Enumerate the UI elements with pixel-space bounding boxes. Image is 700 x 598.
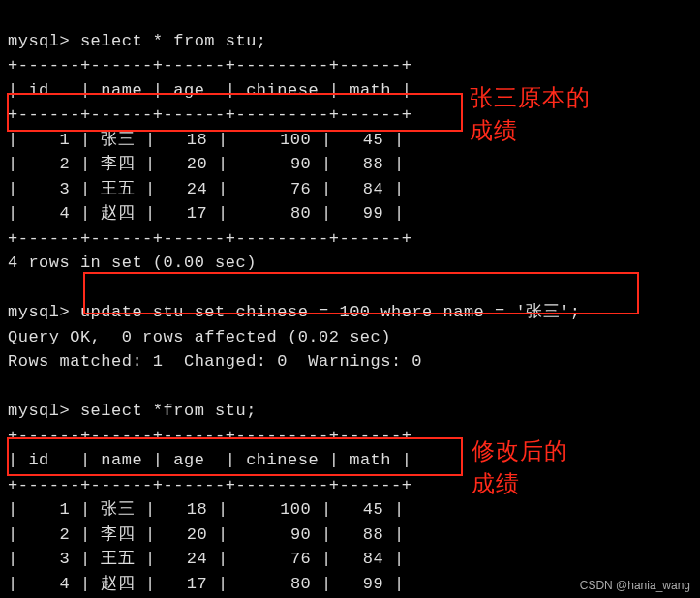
col-age: age [173,451,204,469]
col-name: name [101,451,142,469]
mysql-prompt: mysql> [8,402,70,420]
col-math: math [350,81,391,100]
col-age: age [173,81,204,100]
cell: 24 [187,550,207,568]
cell: 90 [290,525,311,544]
cell: 赵四 [101,204,135,223]
cell: 3 [60,550,71,568]
watermark: CSDN @hania_wang [580,579,690,592]
col-id: id [28,81,48,100]
annotation-after-line1: 修改后的 [472,438,568,463]
cell: 1 [60,500,71,519]
cell: 20 [187,525,207,544]
cell: 80 [290,575,311,593]
select-query-1: select * from stu; [80,32,267,50]
cell: 45 [363,131,383,149]
cell: 76 [290,550,311,568]
cell: 99 [363,204,383,223]
rows-in-set-1: 4 rows in set (0.00 sec) [8,254,257,272]
annotation-before-line2: 成绩 [470,118,518,143]
cell: 80 [290,204,311,223]
cell: 18 [187,500,207,519]
mysql-prompt: mysql> [8,32,70,50]
mysql-prompt: mysql> [8,303,70,321]
cell: 88 [363,525,383,544]
cell: 24 [187,180,207,198]
annotation-after-line2: 成绩 [472,471,520,496]
cell: 17 [187,204,207,223]
annotation-before: 张三原本的 成绩 [470,82,591,147]
cell: 17 [187,575,207,593]
col-id: id [28,451,48,469]
query-ok: Query OK, 0 rows affected (0.02 sec) [8,328,391,346]
cell: 84 [363,550,383,568]
cell: 王五 [101,550,135,568]
cell: 3 [60,180,71,198]
cell: 张三 [101,131,135,149]
terminal-output: mysql> select * from stu; +------+------… [0,0,700,598]
cell: 20 [187,155,207,173]
col-name: name [101,81,142,100]
cell: 76 [290,180,311,198]
cell: 90 [290,155,311,173]
cell: 赵四 [101,575,135,593]
cell: 2 [60,525,71,544]
cell: 李四 [101,155,135,173]
select-query-2: select *from stu; [80,402,257,420]
cell: 18 [187,131,207,149]
cell: 李四 [101,525,135,544]
annotation-before-line1: 张三原本的 [470,85,591,110]
cell: 4 [60,575,71,593]
cell: 45 [363,500,383,519]
cell: 100 [280,500,311,519]
col-chinese: chinese [246,81,319,100]
cell: 100 [280,131,311,149]
cell: 88 [363,155,383,173]
cell: 2 [60,155,71,173]
annotation-after: 修改后的 成绩 [472,435,568,500]
cell: 84 [363,180,383,198]
cell: 4 [60,204,71,223]
cell: 王五 [101,180,135,198]
rows-matched: Rows matched: 1 Changed: 0 Warnings: 0 [8,352,422,371]
col-chinese: chinese [246,451,319,469]
cell: 99 [363,575,383,593]
cell: 张三 [101,500,135,519]
col-math: math [350,451,391,469]
cell: 1 [60,131,71,149]
update-query: update stu set chinese = 100 where name … [80,303,581,321]
